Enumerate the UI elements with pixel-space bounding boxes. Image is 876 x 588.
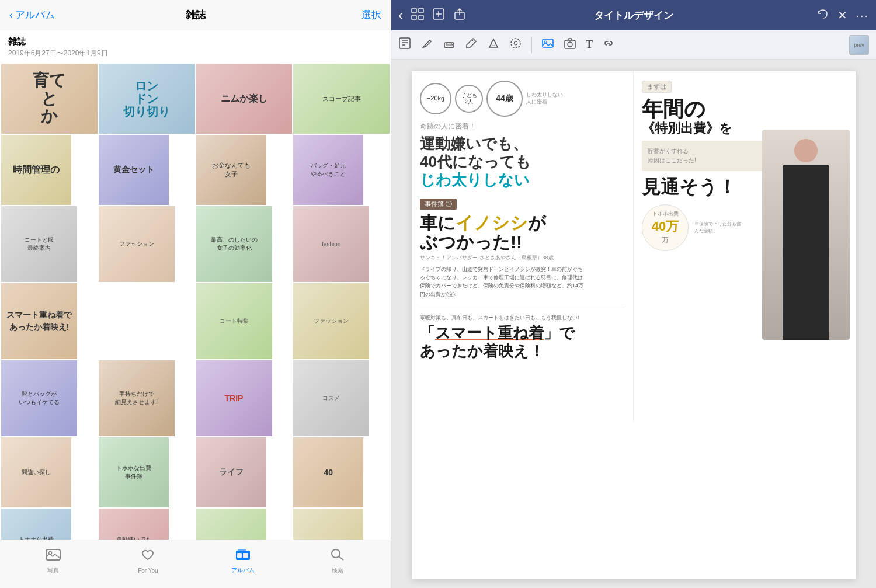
- grid-cell[interactable]: ファッション: [196, 509, 266, 540]
- incident-body: ドライブの帰り、山道で突然ドーンとイノシシが激突！車の前がぐちゃぐちゃになり、レ…: [420, 265, 583, 299]
- grid-icon[interactable]: [411, 8, 424, 23]
- svg-rect-5: [243, 553, 248, 558]
- page-title: 雑誌: [186, 8, 206, 22]
- mag-right-col: まずは 年間の 《特別出費》を 貯蓄がくずれる原因はここだった! 見通そう！: [634, 71, 856, 422]
- share-icon[interactable]: [453, 8, 466, 23]
- miracle-label: 奇跡の人に密着！: [420, 121, 625, 131]
- grid-cell[interactable]: 靴とバッグがいつもイケてる: [1, 360, 77, 436]
- mag-heading-1: 運動嫌いでも、: [420, 135, 625, 153]
- amount-circle: トホホ出費 40万 万: [642, 204, 689, 251]
- svg-rect-27: [543, 39, 553, 47]
- nav-item-albums[interactable]: アルバム: [220, 548, 266, 575]
- incident-tag: 事件簿 ①: [420, 199, 457, 210]
- incident-section: 事件簿 ① 車にイノシシがぶつかった!! サンキュ！アンバサダー さとさあやさん…: [420, 198, 625, 299]
- grid-cell[interactable]: トホホな出費事件簿: [1, 509, 71, 540]
- svg-rect-16: [399, 38, 410, 48]
- grid-cell[interactable]: スマート重ね着であったか着映え!: [1, 283, 77, 359]
- svg-rect-11: [419, 15, 423, 20]
- right-content: −20kg 子ども2人 44歳 しわ太りしない人に密着 奇跡の人に密着！ 運動嫌…: [391, 60, 876, 588]
- grid-cell[interactable]: 40: [293, 437, 363, 507]
- select-button[interactable]: 選択: [361, 8, 381, 22]
- chevron-left-icon: ‹: [9, 9, 13, 21]
- grid-cell[interactable]: 育てとか: [1, 64, 98, 134]
- album-title: 雑誌: [8, 36, 383, 47]
- search-icon: [330, 548, 345, 564]
- more-icon[interactable]: ···: [856, 9, 869, 22]
- grid-cell[interactable]: 運動嫌いでも40代にも: [99, 509, 169, 540]
- camera-tool[interactable]: [564, 37, 576, 53]
- grid-cell[interactable]: ニムか楽し: [196, 64, 293, 134]
- annotate-tool[interactable]: [398, 37, 411, 53]
- nav-item-search[interactable]: 検索: [314, 548, 361, 575]
- grid-cell[interactable]: スコープ記事: [293, 64, 390, 134]
- photos-icon: [46, 548, 61, 564]
- svg-rect-8: [412, 8, 416, 13]
- pencil-tool[interactable]: [465, 37, 478, 53]
- grid-cell[interactable]: スマート: [293, 509, 363, 540]
- shapes-tool[interactable]: [487, 37, 500, 53]
- back-label: アルバム: [15, 8, 55, 22]
- albums-label: アルバム: [231, 566, 255, 575]
- person-desc: しわ太りしない人に密着: [526, 92, 563, 105]
- first-label: まずは: [642, 81, 672, 93]
- right-panel: ‹: [391, 0, 876, 588]
- grid-cell[interactable]: 手持ちだけで細見えさせます!: [99, 360, 175, 436]
- lasso-tool[interactable]: [509, 37, 522, 53]
- grid-cell[interactable]: fashion: [293, 206, 369, 282]
- svg-rect-3: [238, 549, 246, 551]
- grid-cell[interactable]: 間違い探し: [1, 437, 71, 507]
- svg-line-20: [429, 40, 430, 41]
- mag-left-col: −20kg 子ども2人 44歳 しわ太りしない人に密着 奇跡の人に密着！ 運動嫌…: [412, 71, 634, 422]
- right-header: ‹: [391, 0, 876, 30]
- reporter-name: サンキュ！アンバサダー さとさあやさん（島根県）38歳: [420, 254, 625, 262]
- photo-grid-area: 育てとか ロンドン切り切り ニムか楽し スコープ記事 時間管理の 黄金セット: [0, 62, 391, 540]
- image-tool[interactable]: [541, 37, 554, 53]
- stat-bubbles: −20kg 子ども2人 44歳 しわ太りしない人に密着: [420, 81, 625, 117]
- smart-banner: 寒暖対策も、真冬日も、スカートをはきたい日も…もう我慢しない!: [420, 314, 625, 322]
- grid-cell[interactable]: コスメ: [293, 360, 369, 436]
- amount-label: トホホ出費: [652, 210, 679, 218]
- grid-cell[interactable]: お金なんても女子: [196, 135, 266, 205]
- right-toolbar: T prev: [391, 30, 876, 60]
- svg-point-30: [568, 42, 572, 47]
- right-heading: 年間の: [642, 98, 847, 121]
- svg-rect-29: [565, 40, 575, 48]
- grid-cell[interactable]: 最高、のしたいの女子の効率化: [196, 206, 272, 282]
- grid-cell[interactable]: ファッション: [99, 206, 175, 282]
- back-button[interactable]: ‹ アルバム: [9, 8, 55, 22]
- svg-point-25: [511, 39, 520, 48]
- nav-item-foryou[interactable]: For You: [124, 549, 171, 574]
- nav-item-photos[interactable]: 写真: [30, 548, 77, 575]
- grid-cell[interactable]: 時間管理の: [1, 135, 71, 205]
- close-icon[interactable]: ✕: [837, 8, 847, 22]
- svg-rect-10: [412, 15, 416, 20]
- grid-cell[interactable]: ライフ: [196, 437, 266, 507]
- person-figure: [762, 130, 850, 340]
- magazine-page: −20kg 子ども2人 44歳 しわ太りしない人に密着 奇跡の人に密着！ 運動嫌…: [412, 71, 856, 579]
- bottom-nav: 写真 For You アルバム: [0, 540, 391, 588]
- grid-cell[interactable]: トホホな出費事件簿: [99, 437, 169, 507]
- photos-label: 写真: [47, 566, 59, 575]
- smart-heading: 「スマート重ね着」であったか着映え！: [420, 324, 625, 360]
- text-tool[interactable]: T: [586, 39, 593, 51]
- grid-cell[interactable]: TRIP: [196, 360, 272, 436]
- amount-value: 40万: [652, 218, 679, 235]
- back-icon[interactable]: ‹: [398, 7, 403, 23]
- grid-cell[interactable]: コートと服最終案内: [1, 206, 77, 282]
- grid-cell[interactable]: バッグ・足元やるべきこと: [293, 135, 363, 205]
- right-header-left: ‹: [398, 7, 466, 23]
- grid-cell[interactable]: ロンドン切り切り: [99, 64, 195, 134]
- pen-tool[interactable]: [420, 37, 433, 53]
- add-icon[interactable]: [432, 8, 445, 23]
- undo-icon[interactable]: [816, 8, 829, 23]
- svg-line-7: [339, 556, 343, 560]
- bubble-weight: −20kg: [420, 83, 451, 114]
- eraser-tool[interactable]: [443, 37, 456, 53]
- thumbnail-preview[interactable]: prev: [849, 35, 869, 55]
- toolbar-separator: [531, 37, 532, 53]
- grid-cell[interactable]: ファッション: [293, 283, 369, 359]
- right-header-title: タイトルデザイン: [594, 9, 673, 22]
- grid-cell[interactable]: コート特集: [196, 283, 272, 359]
- grid-cell[interactable]: 黄金セット: [99, 135, 169, 205]
- link-tool[interactable]: [602, 37, 615, 53]
